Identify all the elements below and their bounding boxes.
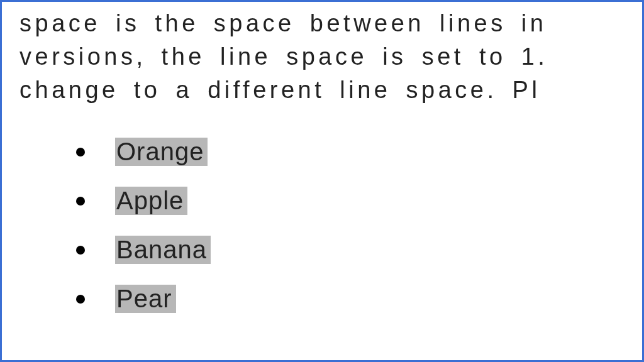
list-item[interactable]: Pear xyxy=(76,280,625,319)
list-item-label[interactable]: Pear xyxy=(115,285,176,313)
bullet-icon xyxy=(76,197,85,206)
list-item[interactable]: Orange xyxy=(76,133,625,172)
list-item-label[interactable]: Orange xyxy=(115,138,208,166)
paragraph-line-2: versions, the line space is set to 1. xyxy=(19,43,548,70)
document-area[interactable]: space is the space between lines in vers… xyxy=(2,2,642,319)
paragraph-line-1: space is the space between lines in xyxy=(19,10,547,36)
bullet-icon xyxy=(76,246,85,255)
bullet-icon xyxy=(76,295,85,304)
paragraph-line-3: change to a different line space. Pl xyxy=(19,77,540,103)
list-item[interactable]: Apple xyxy=(76,182,625,221)
body-paragraph[interactable]: space is the space between lines in vers… xyxy=(19,7,625,107)
list-item-label[interactable]: Banana xyxy=(115,236,211,264)
list-item[interactable]: Banana xyxy=(76,231,625,270)
bullet-list[interactable]: Orange Apple Banana Pear xyxy=(76,133,625,319)
bullet-icon xyxy=(76,148,85,156)
list-item-label[interactable]: Apple xyxy=(115,187,187,215)
